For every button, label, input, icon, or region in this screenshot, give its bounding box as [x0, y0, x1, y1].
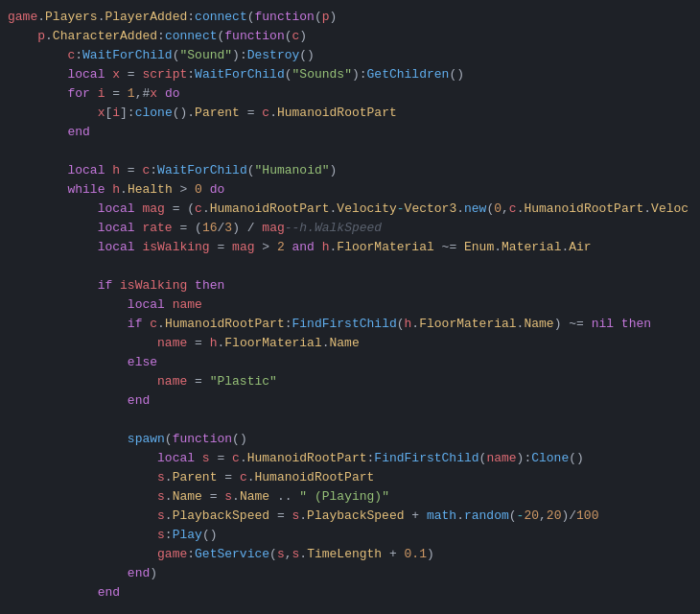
code-line-blank2 [0, 257, 700, 276]
code-line-6: x[i]:clone().Parent = c.HumanoidRootPart [0, 104, 700, 123]
code-line-30: end) [0, 564, 700, 583]
code-line-21: end [0, 391, 700, 411]
code-line-23: spawn(function() [0, 430, 700, 449]
code-line-15: if isWalking then [0, 276, 700, 295]
code-line-25: s.Parent = c.HumanoidRootPart [0, 468, 700, 487]
code-line-18: name = h.FloorMaterial.Name [0, 334, 700, 353]
code-line-26: s.Name = s.Name .. " (Playing)" [0, 487, 700, 507]
code-line-10: while h.Health > 0 do [0, 180, 700, 200]
code-line-9: local h = c:WaitForChild("Humanoid") [0, 161, 700, 180]
code-line-24: local s = c.HumanoidRootPart:FindFirstCh… [0, 449, 700, 468]
code-line-13: local isWalking = mag > 2 and h.FloorMat… [0, 238, 700, 257]
code-line-31: end [0, 583, 700, 602]
code-line-16: local name [0, 295, 700, 315]
code-line-2: p.CharacterAdded:connect(function(c) [0, 27, 700, 46]
code-line-27: s.PlaybackSpeed = s.PlaybackSpeed + math… [0, 507, 700, 526]
code-line-19: else [0, 353, 700, 372]
code-line-blank4 [0, 602, 700, 614]
code-line-5: for i = 1,#x do [0, 84, 700, 104]
code-line-17: if c.HumanoidRootPart:FindFirstChild(h.F… [0, 315, 700, 334]
code-line-12: local rate = (16/3) / mag--h.WalkSpeed [0, 219, 700, 238]
code-line-29: game:GetService(s,s.TimeLength + 0.1) [0, 545, 700, 564]
code-line-blank3 [0, 411, 700, 430]
code-line-20: name = "Plastic" [0, 372, 700, 391]
code-line-4: local x = script:WaitForChild("Sounds"):… [0, 65, 700, 84]
code-line-28: s:Play() [0, 526, 700, 545]
code-line-11: local mag = (c.HumanoidRootPart.Velocity… [0, 200, 700, 219]
code-line-1: game.Players.PlayerAdded:connect(functio… [0, 8, 700, 27]
code-line-3: c:WaitForChild("Sound"):Destroy() [0, 46, 700, 65]
code-line-7: end [0, 123, 700, 142]
code-line-blank1 [0, 142, 700, 161]
code-editor: game.Players.PlayerAdded:connect(functio… [0, 0, 700, 614]
